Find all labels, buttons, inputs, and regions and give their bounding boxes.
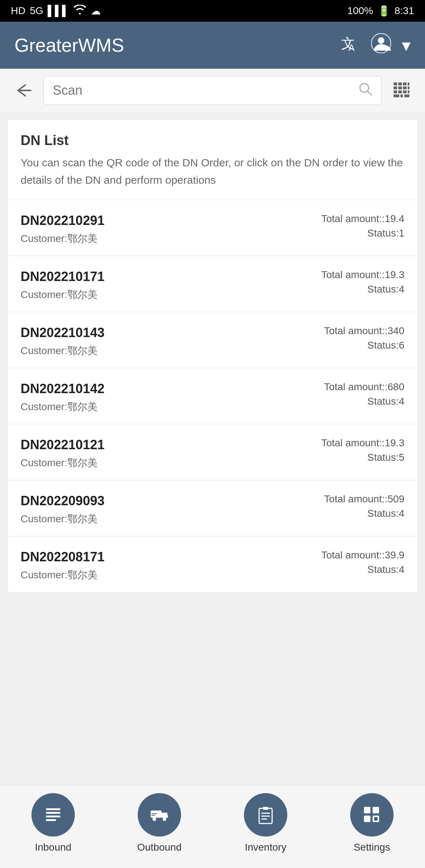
- dn-info-card: DN List You can scan the QR code of the …: [7, 119, 418, 200]
- dn-item-right: Total amount::19.3 Status:4: [321, 269, 404, 295]
- scan-input[interactable]: [53, 83, 353, 98]
- cloud-icon: ☁: [91, 5, 101, 17]
- app-bar: GreaterWMS 文 A ▾: [0, 22, 425, 69]
- dn-item-left: DN202210171 Customer:鄂尔美: [21, 269, 104, 302]
- dn-list-item[interactable]: DN202210291 Customer:鄂尔美 Total amount::1…: [8, 200, 417, 256]
- dn-item-amount: Total amount::680: [324, 381, 404, 393]
- dn-list-item[interactable]: DN202210142 Customer:鄂尔美 Total amount::6…: [8, 368, 417, 424]
- dn-list-item[interactable]: DN202210121 Customer:鄂尔美 Total amount::1…: [8, 424, 417, 480]
- dn-item-status: Status:5: [321, 452, 404, 463]
- search-icon: [359, 82, 372, 99]
- wifi-icon: [73, 5, 86, 17]
- svg-rect-37: [373, 807, 379, 813]
- search-area: [0, 69, 425, 112]
- dn-item-amount: Total amount::19.3: [321, 437, 404, 449]
- back-button[interactable]: [11, 78, 36, 103]
- svg-rect-12: [398, 86, 402, 89]
- dn-item-amount: Total amount::39.9: [321, 549, 404, 561]
- battery-icon: 🔋: [378, 5, 390, 17]
- svg-rect-32: [263, 807, 269, 810]
- nav-item-outbound[interactable]: Outbound: [106, 793, 212, 853]
- dn-item-status: Status:6: [324, 340, 404, 351]
- translate-icon[interactable]: 文 A: [340, 34, 360, 56]
- svg-rect-15: [394, 90, 397, 93]
- svg-rect-7: [394, 82, 397, 85]
- nav-item-settings[interactable]: Settings: [319, 793, 425, 853]
- dn-item-left: DN202210291 Customer:鄂尔美: [21, 213, 104, 246]
- status-bar: HD 5G ▌▌▌ ☁ 100% 🔋 8:31: [0, 0, 425, 22]
- nav-icon-settings: [350, 793, 394, 837]
- dn-item-status: Status:1: [321, 227, 404, 239]
- dn-item-right: Total amount::19.4 Status:1: [321, 213, 404, 239]
- svg-rect-22: [46, 808, 60, 810]
- svg-point-28: [163, 817, 166, 821]
- dn-item-customer: Customer:鄂尔美: [21, 400, 104, 414]
- dn-item-status: Status:4: [321, 284, 404, 295]
- svg-rect-21: [404, 94, 409, 97]
- svg-rect-8: [398, 82, 402, 85]
- dn-item-right: Total amount::39.9 Status:4: [321, 549, 404, 575]
- user-avatar-icon[interactable]: [371, 33, 391, 57]
- dn-item-customer: Customer:鄂尔美: [21, 344, 104, 358]
- svg-rect-36: [364, 807, 370, 813]
- svg-rect-24: [46, 816, 60, 817]
- nav-icon-inventory: [244, 793, 287, 837]
- status-bar-left: HD 5G ▌▌▌ ☁: [11, 5, 101, 17]
- keyboard-icon[interactable]: [389, 78, 414, 103]
- app-title: GreaterWMS: [14, 34, 124, 56]
- nav-item-inbound[interactable]: Inbound: [0, 793, 106, 853]
- dn-item-amount: Total amount::19.4: [321, 213, 404, 225]
- svg-point-3: [378, 37, 385, 44]
- dn-item-amount: Total amount::19.3: [321, 269, 404, 281]
- nav-icon-outbound: [138, 793, 181, 837]
- svg-rect-30: [151, 815, 155, 816]
- dn-item-right: Total amount::680 Status:4: [324, 381, 404, 407]
- svg-rect-13: [403, 86, 407, 89]
- nav-label-inbound: Inbound: [35, 842, 71, 853]
- dn-item-amount: Total amount::340: [324, 325, 404, 337]
- dn-item-left: DN202210121 Customer:鄂尔美: [21, 437, 104, 470]
- battery-text: 100%: [347, 5, 373, 17]
- dn-list-container: DN202210291 Customer:鄂尔美 Total amount::1…: [7, 200, 418, 592]
- svg-rect-16: [398, 90, 402, 93]
- svg-rect-40: [374, 817, 378, 821]
- bottom-nav: Inbound Outbound Inventory Setting: [0, 785, 425, 868]
- dn-item-status: Status:4: [324, 396, 404, 407]
- dn-item-number: DN202210143: [21, 325, 104, 340]
- dn-list-title: DN List: [21, 133, 404, 148]
- app-bar-actions: 文 A ▾: [340, 33, 411, 57]
- svg-rect-11: [394, 86, 397, 89]
- svg-rect-33: [261, 813, 270, 814]
- svg-rect-10: [408, 82, 409, 85]
- nav-label-inventory: Inventory: [245, 842, 286, 853]
- svg-rect-20: [400, 94, 403, 97]
- nav-icon-inbound: [31, 793, 75, 837]
- svg-rect-38: [364, 816, 370, 822]
- dropdown-icon[interactable]: ▾: [402, 35, 411, 55]
- dn-item-number: DN202210121: [21, 437, 104, 452]
- svg-rect-35: [261, 818, 267, 820]
- dn-item-right: Total amount::340 Status:6: [324, 325, 404, 351]
- dn-list-item[interactable]: DN202208171 Customer:鄂尔美 Total amount::3…: [8, 536, 417, 592]
- dn-item-customer: Customer:鄂尔美: [21, 568, 104, 582]
- svg-rect-17: [403, 90, 407, 93]
- svg-rect-25: [46, 819, 56, 821]
- dn-list-item[interactable]: DN202210171 Customer:鄂尔美 Total amount::1…: [8, 256, 417, 312]
- signal-bars-icon: ▌▌▌: [48, 5, 69, 17]
- dn-item-left: DN202210143 Customer:鄂尔美: [21, 325, 104, 358]
- dn-item-customer: Customer:鄂尔美: [21, 288, 104, 302]
- hd-badge: HD: [11, 5, 25, 17]
- dn-list-item[interactable]: DN202209093 Customer:鄂尔美 Total amount::5…: [8, 480, 417, 536]
- dn-item-status: Status:4: [324, 508, 404, 519]
- dn-list-item[interactable]: DN202210143 Customer:鄂尔美 Total amount::3…: [8, 312, 417, 368]
- nav-label-settings: Settings: [353, 842, 390, 853]
- nav-item-inventory[interactable]: Inventory: [212, 793, 319, 853]
- dn-item-right: Total amount::509 Status:4: [324, 493, 404, 519]
- svg-point-27: [153, 817, 156, 821]
- dn-item-left: DN202210142 Customer:鄂尔美: [21, 381, 104, 414]
- svg-rect-29: [151, 813, 157, 814]
- search-input-wrapper[interactable]: [43, 76, 382, 105]
- dn-item-number: DN202210171: [21, 269, 104, 284]
- dn-item-customer: Customer:鄂尔美: [21, 512, 104, 526]
- svg-text:A: A: [348, 42, 355, 52]
